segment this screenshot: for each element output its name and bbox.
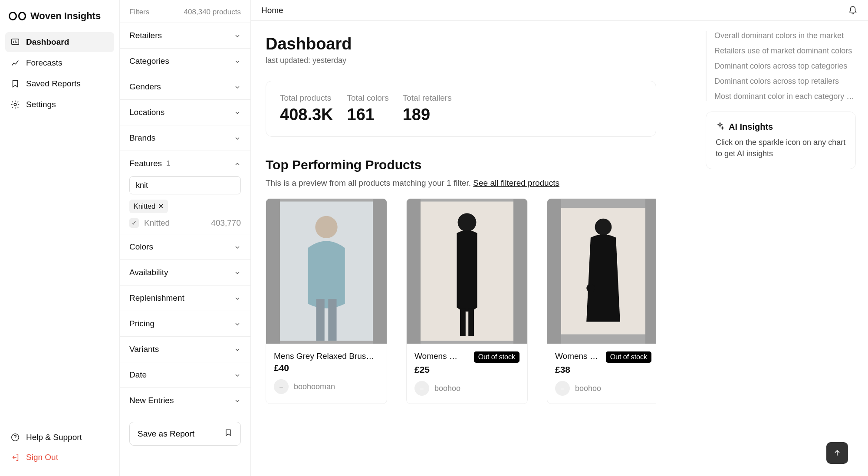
filter-colors[interactable]: Colors xyxy=(120,234,250,259)
stat-total-products: Total products 408.3K xyxy=(280,93,333,124)
chevron-down-icon xyxy=(234,135,241,141)
product-title: Womens … xyxy=(414,351,470,361)
chevron-down-icon xyxy=(234,243,241,250)
filter-variants[interactable]: Variants xyxy=(120,336,250,362)
product-image xyxy=(266,199,387,344)
chevron-down-icon xyxy=(234,83,241,90)
scroll-to-top-button[interactable] xyxy=(826,442,848,464)
nav-saved-reports[interactable]: Saved Reports xyxy=(5,74,114,94)
product-retailer: – boohoo xyxy=(414,381,519,396)
save-as-report-button[interactable]: Save as Report xyxy=(129,422,241,446)
right-column: Overall dominant colors in the market Re… xyxy=(694,21,868,476)
product-retailer: – boohoo xyxy=(555,381,651,396)
checkbox-icon[interactable] xyxy=(129,218,139,228)
svg-rect-5 xyxy=(316,299,324,341)
feature-chip-knitted[interactable]: Knitted ✕ xyxy=(129,200,168,213)
feature-option-count: 403,770 xyxy=(211,218,241,228)
product-image xyxy=(547,199,656,344)
logo-icon xyxy=(9,12,26,20)
filter-pricing[interactable]: Pricing xyxy=(120,311,250,336)
brand-name: Woven Insights xyxy=(30,10,101,22)
model-illustration xyxy=(421,199,513,344)
product-retailer: – boohooman xyxy=(274,379,379,394)
feature-option-knitted[interactable]: Knitted 403,770 xyxy=(129,218,241,228)
gear-icon xyxy=(10,100,20,109)
toc-item[interactable]: Retailers use of market dominant colors xyxy=(714,46,856,56)
chevron-down-icon xyxy=(234,295,241,302)
chevron-down-icon xyxy=(234,320,241,327)
ai-insights-title: AI Insights xyxy=(729,122,773,132)
chevron-down-icon xyxy=(234,346,241,353)
products-scroll[interactable]: Mens Grey Relaxed Brus… £40 – boohooman xyxy=(266,198,656,413)
out-of-stock-badge: Out of stock xyxy=(474,351,519,363)
svg-rect-6 xyxy=(328,299,336,341)
stats-card: Total products 408.3K Total colors 161 T… xyxy=(266,81,656,137)
svg-rect-10 xyxy=(468,309,474,336)
svg-point-12 xyxy=(595,219,612,236)
retailer-avatar: – xyxy=(274,379,289,394)
filter-availability[interactable]: Availability xyxy=(120,259,250,285)
topbar: Home xyxy=(251,0,868,21)
product-image xyxy=(407,199,527,344)
filter-genders[interactable]: Genders xyxy=(120,74,250,99)
filter-locations[interactable]: Locations xyxy=(120,99,250,125)
nav-settings[interactable]: Settings xyxy=(5,95,114,115)
nav-forecasts[interactable]: Forecasts xyxy=(5,53,114,73)
product-price: £40 xyxy=(274,363,379,373)
see-all-filtered-link[interactable]: See all filtered products xyxy=(473,178,559,187)
chevron-down-icon xyxy=(234,32,241,39)
section-desc: This is a preview from all products matc… xyxy=(266,178,679,188)
features-panel: Knitted ✕ Knitted 403,770 xyxy=(120,176,250,234)
sparkle-icon xyxy=(716,121,724,132)
filters-total-count: 408,340 products xyxy=(184,8,241,16)
toc-item[interactable]: Dominant colors across top categories xyxy=(714,62,856,71)
filter-categories[interactable]: Categories xyxy=(120,48,250,74)
chevron-down-icon xyxy=(234,109,241,116)
toc-item[interactable]: Overall dominant colors in the market xyxy=(714,31,856,40)
model-illustration xyxy=(561,199,645,344)
filter-brands[interactable]: Brands xyxy=(120,125,250,151)
svg-point-1 xyxy=(14,103,16,106)
chevron-down-icon xyxy=(234,371,241,378)
left-nav: Woven Insights Dashboard Forecasts Saved… xyxy=(0,0,120,476)
notifications-icon[interactable] xyxy=(848,6,858,15)
stat-total-colors: Total colors 161 xyxy=(347,93,389,124)
brand-logo: Woven Insights xyxy=(0,7,119,32)
breadcrumb-home[interactable]: Home xyxy=(261,6,283,15)
nav-help[interactable]: Help & Support xyxy=(5,427,114,447)
product-price: £38 xyxy=(555,364,651,375)
svg-point-8 xyxy=(458,213,477,232)
svg-rect-9 xyxy=(460,309,466,336)
filter-replenishment[interactable]: Replenishment xyxy=(120,285,250,311)
stat-total-retailers: Total retailers 189 xyxy=(403,93,452,124)
close-icon[interactable]: ✕ xyxy=(158,202,164,210)
retailer-avatar: – xyxy=(555,381,570,396)
filter-date[interactable]: Date xyxy=(120,362,250,387)
toc-item[interactable]: Dominant colors across top retailers xyxy=(714,77,856,86)
features-active-count: 1 xyxy=(166,159,170,168)
product-card[interactable]: Womens … Out of stock £25 – boohoo xyxy=(406,198,528,404)
ai-insights-body: Click on the sparkle icon on any chart t… xyxy=(716,137,846,159)
filter-retailers[interactable]: Retailers xyxy=(120,23,250,48)
filter-new-entries[interactable]: New Entries xyxy=(120,387,250,413)
product-title: Mens Grey Relaxed Brus… xyxy=(274,351,379,361)
chevron-up-icon xyxy=(234,160,241,167)
section-title-top-products: Top Performing Products xyxy=(266,158,679,172)
chevron-down-icon xyxy=(234,397,241,404)
retailer-avatar: – xyxy=(414,381,429,396)
filter-features[interactable]: Features 1 xyxy=(120,151,250,176)
filters-panel: Filters 408,340 products Retailers Categ… xyxy=(120,0,251,476)
nav-dashboard[interactable]: Dashboard xyxy=(5,32,114,52)
product-card[interactable]: Womens … Out of stock £38 – boohoo xyxy=(547,198,656,404)
product-price: £25 xyxy=(414,364,519,375)
model-illustration xyxy=(280,199,373,344)
main-content: Dashboard last updated: yesterday Total … xyxy=(251,21,694,476)
nav-signout[interactable]: Sign Out xyxy=(5,447,114,467)
ai-insights-card: AI Insights Click on the sparkle icon on… xyxy=(706,112,856,169)
chevron-down-icon xyxy=(234,58,241,65)
chevron-down-icon xyxy=(234,269,241,276)
toc-item[interactable]: Most dominant color in each category … xyxy=(714,92,856,101)
features-search-input[interactable] xyxy=(129,176,241,194)
svg-point-4 xyxy=(315,216,337,238)
product-card[interactable]: Mens Grey Relaxed Brus… £40 – boohooman xyxy=(266,198,387,404)
